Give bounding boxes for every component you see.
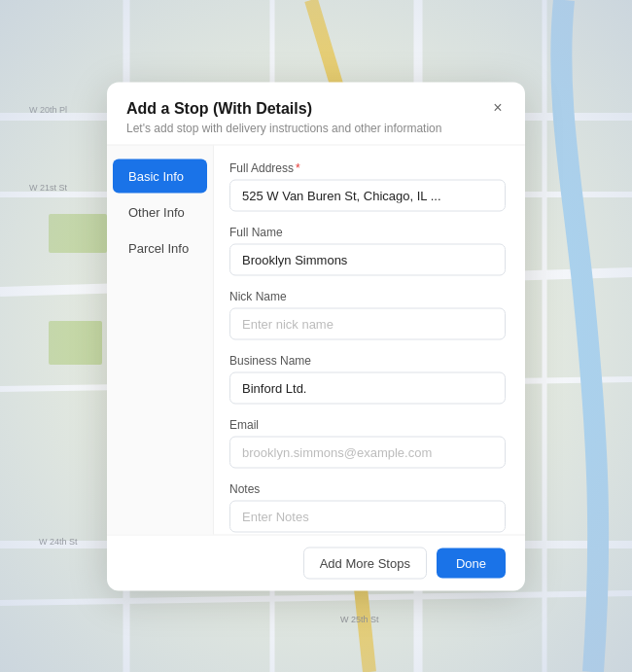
input-business-name[interactable] bbox=[229, 371, 506, 404]
label-business-name: Business Name bbox=[229, 353, 506, 367]
sidebar: Basic Info Other Info Parcel Info bbox=[107, 145, 214, 534]
close-button[interactable]: × bbox=[486, 95, 509, 119]
done-button[interactable]: Done bbox=[437, 548, 506, 578]
dialog-footer: Add More Stops Done bbox=[107, 534, 525, 590]
label-email: Email bbox=[229, 417, 506, 431]
field-full-address: Full Address* bbox=[229, 160, 506, 211]
input-full-address[interactable] bbox=[229, 179, 506, 211]
label-full-address: Full Address* bbox=[229, 160, 506, 174]
svg-text:W 20th Pl: W 20th Pl bbox=[29, 105, 67, 115]
label-notes: Notes bbox=[229, 481, 506, 495]
field-business-name: Business Name bbox=[229, 353, 506, 404]
svg-text:W 21st St: W 21st St bbox=[29, 183, 68, 193]
dialog-title: Add a Stop (With Details) bbox=[126, 99, 506, 117]
label-nick-name: Nick Name bbox=[229, 289, 506, 302]
input-nick-name[interactable] bbox=[229, 307, 506, 339]
field-email: Email bbox=[229, 417, 506, 468]
label-full-name: Full Name bbox=[229, 225, 506, 238]
svg-rect-12 bbox=[49, 321, 102, 365]
svg-text:W 24th St: W 24th St bbox=[39, 537, 78, 547]
tab-basic-info[interactable]: Basic Info bbox=[113, 159, 207, 193]
dialog-subtitle: Let's add stop with delivery instruction… bbox=[126, 121, 506, 134]
field-nick-name: Nick Name bbox=[229, 289, 506, 339]
field-full-name: Full Name bbox=[229, 225, 506, 275]
dialog: Add a Stop (With Details) Let's add stop… bbox=[107, 82, 525, 590]
field-notes: Notes bbox=[229, 481, 506, 532]
svg-text:W 25th St: W 25th St bbox=[340, 615, 379, 624]
form-area: Full Address* Full Name Nick Name Busine… bbox=[214, 145, 525, 534]
tab-parcel-info[interactable]: Parcel Info bbox=[113, 230, 207, 265]
dialog-body: Basic Info Other Info Parcel Info Full A… bbox=[107, 145, 525, 534]
svg-rect-11 bbox=[49, 214, 107, 253]
input-email[interactable] bbox=[229, 436, 506, 468]
tab-other-info[interactable]: Other Info bbox=[113, 195, 207, 229]
input-full-name[interactable] bbox=[229, 243, 506, 275]
required-star: * bbox=[296, 160, 300, 174]
add-more-stops-button[interactable]: Add More Stops bbox=[303, 547, 427, 579]
dialog-header: Add a Stop (With Details) Let's add stop… bbox=[107, 82, 525, 145]
input-notes[interactable] bbox=[229, 500, 506, 532]
